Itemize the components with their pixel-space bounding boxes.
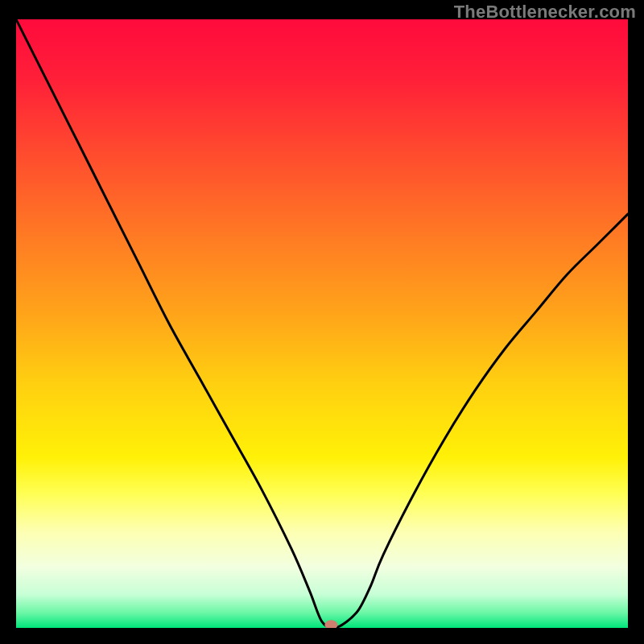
chart-frame: TheBottlenecker.com: [0, 0, 644, 644]
watermark-text: TheBottlenecker.com: [454, 2, 636, 23]
plot-area: [16, 19, 628, 628]
bottleneck-chart: [16, 19, 628, 628]
gradient-background: [16, 19, 628, 628]
